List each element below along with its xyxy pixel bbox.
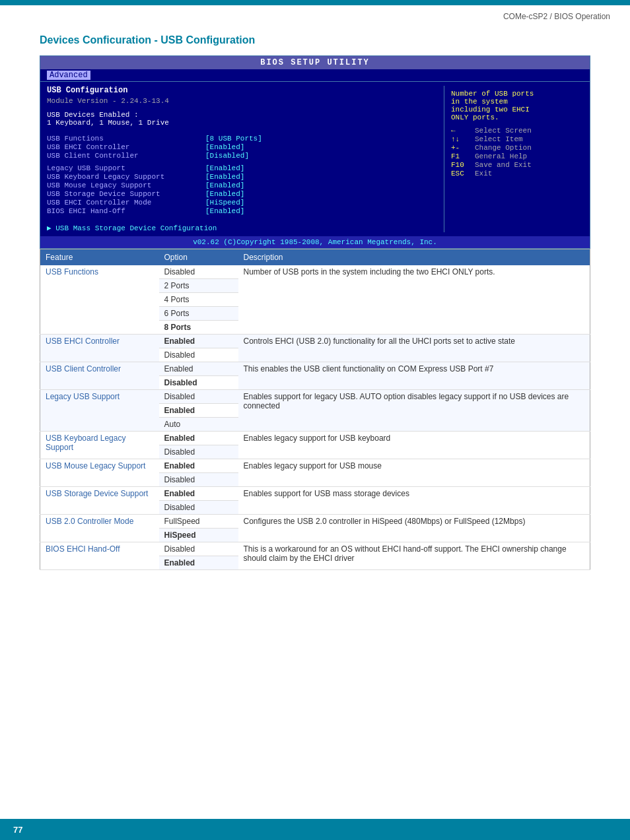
bios-left: USB Configuration Module Version - 2.24.… xyxy=(40,86,444,232)
bios-key-row: F10Save and Exit xyxy=(451,161,583,169)
feature-cell: Legacy USB Support xyxy=(40,390,159,432)
bios-key-row: ESCExit xyxy=(451,170,583,178)
option-cell: Disabled xyxy=(159,348,238,362)
desc-cell: Enables support for USB mass storage dev… xyxy=(238,487,590,515)
desc-cell: Number of USB ports in the system includ… xyxy=(238,265,590,335)
bios-footer: v02.62 (C)Copyright 1985-2008, American … xyxy=(40,236,590,248)
feature-cell: USB Storage Device Support xyxy=(40,487,159,515)
table-row: USB Storage Device SupportEnabledEnables… xyxy=(40,487,590,501)
page-number: 77 xyxy=(13,825,22,835)
option-cell: Disabled xyxy=(159,265,238,279)
bios-main: USB Configuration Module Version - 2.24.… xyxy=(40,82,590,236)
option-cell: Enabled xyxy=(159,487,238,501)
desc-cell: This is a workaround for an OS without E… xyxy=(238,542,590,570)
page-content: Devices Conficuration - USB Configuratio… xyxy=(0,21,630,583)
header-area: COMe-cSP2 / BIOS Operation xyxy=(0,5,630,21)
option-cell: Enabled xyxy=(159,459,238,473)
bios-rows-group2: Legacy USB Support[Enabled]USB Keyboard … xyxy=(47,164,437,215)
option-cell: Enabled xyxy=(159,335,238,348)
bios-row: USB Client Controller[Disabled] xyxy=(47,152,437,160)
table-row: USB EHCI ControllerEnabledControls EHCI … xyxy=(40,335,590,348)
table-row: USB Mouse Legacy SupportEnabledEnables l… xyxy=(40,459,590,473)
header-right: COMe-cSP2 / BIOS Operation xyxy=(503,12,610,21)
bios-devices-label: USB Devices Enabled : 1 Keyboard, 1 Mous… xyxy=(47,111,437,127)
table-row: USB Keyboard Legacy SupportEnabledEnable… xyxy=(40,432,590,445)
bios-section-label: USB Configuration xyxy=(47,86,437,95)
col-description: Description xyxy=(238,249,590,266)
option-cell: Auto xyxy=(159,418,238,432)
bios-nav-bar: Advanced xyxy=(40,69,590,82)
option-cell: 8 Ports xyxy=(159,321,238,335)
bios-row: BIOS EHCI Hand-Off[Enabled] xyxy=(47,207,437,215)
feature-cell: USB Mouse Legacy Support xyxy=(40,459,159,487)
bios-row: USB Storage Device Support[Enabled] xyxy=(47,190,437,198)
option-cell: FullSpeed xyxy=(159,515,238,529)
feature-cell: BIOS EHCI Hand-Off xyxy=(40,542,159,570)
bios-row: USB Keyboard Legacy Support[Enabled] xyxy=(47,173,437,181)
option-cell: 4 Ports xyxy=(159,293,238,307)
bios-key-row: ←Select Screen xyxy=(451,127,583,135)
bios-box: BIOS SETUP UTILITY Advanced USB Configur… xyxy=(40,55,590,249)
bios-row: USB EHCI Controller[Enabled] xyxy=(47,143,437,151)
option-cell: Enabled xyxy=(159,556,238,570)
option-cell: Disabled xyxy=(159,445,238,459)
col-option: Option xyxy=(159,249,238,266)
bios-module-version: Module Version - 2.24.3-13.4 xyxy=(47,97,437,105)
table-row: Legacy USB SupportDisabledEnables suppor… xyxy=(40,390,590,404)
option-cell: Enabled xyxy=(159,432,238,445)
bios-help-text: Number of USB portsin the systemincludin… xyxy=(451,90,583,121)
bios-rows-group1: USB Functions[8 USB Ports]USB EHCI Contr… xyxy=(47,135,437,160)
feature-cell: USB EHCI Controller xyxy=(40,335,159,362)
table-row: USB FunctionsDisabledNumber of USB ports… xyxy=(40,265,590,279)
bios-key-row: F1General Help xyxy=(451,152,583,160)
bios-key-row: ↑↓Select Item xyxy=(451,135,583,143)
bios-row: USB EHCI Controller Mode[HiSpeed] xyxy=(47,199,437,207)
option-cell: Disabled xyxy=(159,542,238,556)
bios-nav-advanced[interactable]: Advanced xyxy=(47,71,90,80)
bios-submenu[interactable]: ▶ USB Mass Storage Device Configuration xyxy=(47,224,437,232)
option-cell: Disabled xyxy=(159,501,238,515)
option-cell: Disabled xyxy=(159,376,238,390)
desc-cell: This enables the USB client functionalit… xyxy=(238,362,590,390)
table-row: USB 2.0 Controller ModeFullSpeedConfigur… xyxy=(40,515,590,529)
table-row: BIOS EHCI Hand-OffDisabledThis is a work… xyxy=(40,542,590,556)
table-body: USB FunctionsDisabledNumber of USB ports… xyxy=(40,265,590,570)
bottom-bar: 77 xyxy=(0,819,630,840)
option-cell: Disabled xyxy=(159,473,238,487)
desc-cell: Enables legacy support for USB keyboard xyxy=(238,432,590,459)
bios-right: Number of USB portsin the systemincludin… xyxy=(444,86,590,232)
table-row: USB Client ControllerEnabledThis enables… xyxy=(40,362,590,376)
bios-title-bar: BIOS SETUP UTILITY xyxy=(40,56,590,69)
feature-cell: USB 2.0 Controller Mode xyxy=(40,515,159,542)
option-cell: Enabled xyxy=(159,404,238,418)
desc-cell: Enables support for legacy USB. AUTO opt… xyxy=(238,390,590,432)
desc-cell: Controls EHCI (USB 2.0) functionality fo… xyxy=(238,335,590,362)
bios-keys: ←Select Screen↑↓Select Item+-Change Opti… xyxy=(451,127,583,178)
section-title: Devices Conficuration - USB Configuratio… xyxy=(40,34,590,46)
option-cell: Disabled xyxy=(159,390,238,404)
feature-cell: USB Keyboard Legacy Support xyxy=(40,432,159,459)
option-cell: HiSpeed xyxy=(159,529,238,542)
option-cell: 2 Ports xyxy=(159,279,238,293)
bios-key-row: +-Change Option xyxy=(451,144,583,152)
col-feature: Feature xyxy=(40,249,159,266)
bios-row: Legacy USB Support[Enabled] xyxy=(47,164,437,172)
data-table: Feature Option Description USB Functions… xyxy=(40,249,590,570)
top-bar xyxy=(0,0,630,5)
bios-row: USB Mouse Legacy Support[Enabled] xyxy=(47,181,437,189)
desc-cell: Enables legacy support for USB mouse xyxy=(238,459,590,487)
desc-cell: Configures the USB 2.0 controller in HiS… xyxy=(238,515,590,542)
bios-row: USB Functions[8 USB Ports] xyxy=(47,135,437,143)
feature-cell: USB Functions xyxy=(40,265,159,335)
option-cell: 6 Ports xyxy=(159,307,238,321)
feature-cell: USB Client Controller xyxy=(40,362,159,390)
option-cell: Enabled xyxy=(159,362,238,376)
